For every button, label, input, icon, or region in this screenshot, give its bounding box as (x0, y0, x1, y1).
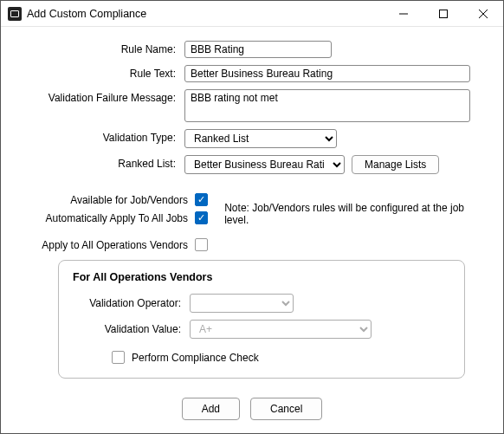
operator-label: Validation Operator: (73, 297, 190, 309)
available-checkbox[interactable]: ✓ (195, 193, 208, 206)
auto-apply-checkbox[interactable]: ✓ (195, 211, 208, 224)
svg-rect-1 (440, 10, 448, 17)
validation-type-label: Validation Type: (15, 129, 184, 144)
operator-select[interactable] (190, 294, 294, 313)
rule-name-input[interactable] (184, 41, 332, 58)
group-title: For All Operations Vendors (73, 271, 450, 283)
rule-text-label: Rule Text: (15, 65, 184, 80)
perform-check-label: Perform Compliance Check (132, 352, 259, 364)
failure-message-label: Validation Failure Message: (15, 89, 184, 104)
failure-message-input[interactable]: BBB rating not met (184, 89, 470, 122)
minimize-button[interactable] (384, 1, 423, 26)
value-label: Validation Value: (73, 323, 190, 335)
rule-text-input[interactable] (184, 65, 470, 82)
note-text: Note: Job/Vendors rules will be configur… (214, 193, 489, 226)
value-select[interactable]: A+ (190, 320, 372, 339)
cancel-button[interactable]: Cancel (250, 398, 322, 420)
rule-name-label: Rule Name: (15, 41, 184, 55)
ranked-list-label: Ranked List: (15, 155, 184, 170)
close-button[interactable] (463, 1, 503, 26)
ranked-list-select[interactable]: Better Business Bureau Rating (184, 155, 345, 174)
available-label: Available for Job/Vendors (15, 194, 195, 206)
validation-type-select[interactable]: Ranked List (184, 129, 337, 148)
perform-check-checkbox[interactable] (112, 351, 125, 364)
add-button[interactable]: Add (182, 398, 240, 420)
apply-ops-label: Apply to All Operations Vendors (15, 239, 195, 251)
window-title: Add Custom Compliance (27, 8, 384, 20)
auto-apply-label: Automatically Apply To All Jobs (15, 212, 195, 224)
apply-ops-checkbox[interactable] (195, 238, 208, 251)
manage-lists-button[interactable]: Manage Lists (352, 155, 439, 174)
maximize-button[interactable] (423, 1, 463, 26)
app-icon (8, 7, 22, 21)
